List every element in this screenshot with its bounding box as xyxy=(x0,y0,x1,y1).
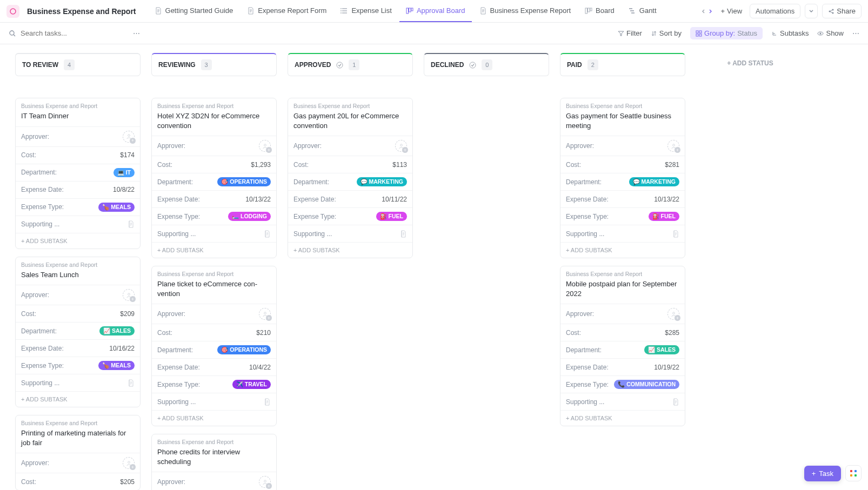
department-row[interactable]: Department:💬 MARKETING xyxy=(560,173,685,190)
type-row[interactable]: Expense Type:✈️ TRAVEL xyxy=(152,375,276,393)
tag-lodging[interactable]: 🛏️ LODGING xyxy=(228,212,271,221)
tag-meals[interactable]: 🍗 MEALS xyxy=(98,361,135,370)
department-row[interactable]: Department:🎯 OPERATIONS xyxy=(152,173,276,190)
add-view-button[interactable]: + View xyxy=(716,4,746,18)
cost-row[interactable]: Cost:$174 xyxy=(16,146,140,164)
column-header[interactable]: DECLINED 0 xyxy=(424,53,549,76)
cost-row[interactable]: Cost:$210 xyxy=(152,324,276,341)
column-header[interactable]: TO REVIEW 4 xyxy=(15,53,141,76)
tag-meals[interactable]: 🍗 MEALS xyxy=(98,203,135,212)
approver-row[interactable]: Approver: xyxy=(560,304,685,324)
task-card[interactable]: Business Expense and Report Mobile postp… xyxy=(560,266,685,426)
supporting-row[interactable]: Supporting ... xyxy=(288,225,412,242)
apps-button[interactable] xyxy=(845,465,862,481)
avatar-empty[interactable] xyxy=(667,308,679,320)
search-input[interactable] xyxy=(21,29,129,37)
type-row[interactable]: Expense Type:⛽ FUEL xyxy=(560,207,685,225)
tag-operations[interactable]: 🎯 OPERATIONS xyxy=(217,177,271,186)
group-by-button[interactable]: Group by: Status xyxy=(690,27,763,39)
tag-operations[interactable]: 🎯 OPERATIONS xyxy=(217,345,271,354)
tag-fuel[interactable]: ⛽ FUEL xyxy=(649,212,679,221)
avatar-empty[interactable] xyxy=(123,289,135,301)
tag-fuel[interactable]: ⛽ FUEL xyxy=(376,212,407,221)
add-subtask-button[interactable]: + ADD SUBTASK xyxy=(16,391,140,407)
approver-row[interactable]: Approver: xyxy=(560,136,685,156)
tag-sales[interactable]: 📈 SALES xyxy=(99,326,135,335)
supporting-row[interactable]: Supporting ... xyxy=(152,393,276,410)
supporting-row[interactable]: Supporting ... xyxy=(16,216,140,233)
tag-marketing[interactable]: 💬 MARKETING xyxy=(629,177,680,186)
avatar-empty[interactable] xyxy=(259,476,271,488)
supporting-row[interactable]: Supporting ... xyxy=(16,374,140,391)
add-subtask-button[interactable]: + ADD SUBTASK xyxy=(560,242,685,258)
toolbar-more[interactable]: ⋯ xyxy=(852,29,859,37)
date-row[interactable]: Expense Date:10/11/22 xyxy=(288,190,412,207)
automations-button[interactable]: Automations xyxy=(750,4,800,18)
approver-row[interactable]: Approver: xyxy=(288,136,412,156)
tab-scroll-arrows[interactable] xyxy=(701,9,713,14)
automations-caret[interactable] xyxy=(805,4,818,18)
avatar-empty[interactable] xyxy=(395,140,407,152)
date-row[interactable]: Expense Date:10/13/22 xyxy=(152,190,276,207)
tab-expense-report-form[interactable]: Expense Report Form xyxy=(241,0,333,22)
avatar-empty[interactable] xyxy=(123,131,135,143)
avatar-empty[interactable] xyxy=(259,308,271,320)
add-subtask-button[interactable]: + ADD SUBTASK xyxy=(152,410,276,426)
avatar-empty[interactable] xyxy=(259,140,271,152)
cost-row[interactable]: Cost:$285 xyxy=(560,324,685,341)
task-card[interactable]: Business Expense and Report Phone credit… xyxy=(151,434,277,490)
date-row[interactable]: Expense Date:10/16/22 xyxy=(16,339,140,357)
show-button[interactable]: Show xyxy=(817,29,844,37)
search-more[interactable]: ⋯ xyxy=(133,29,140,37)
date-row[interactable]: Expense Date:10/8/22 xyxy=(16,181,140,198)
new-task-button[interactable]: + Task xyxy=(804,466,841,481)
cost-row[interactable]: Cost:$113 xyxy=(288,156,412,173)
subtasks-button[interactable]: Subtasks xyxy=(771,29,809,37)
cost-row[interactable]: Cost:$205 xyxy=(16,473,140,490)
approver-row[interactable]: Approver: xyxy=(16,453,140,473)
department-row[interactable]: Department:💬 MARKETING xyxy=(288,173,412,190)
column-header[interactable]: APPROVED 1 xyxy=(288,53,413,76)
filter-button[interactable]: Filter xyxy=(618,29,642,37)
task-card[interactable]: Business Expense and Report Gas payment … xyxy=(288,98,413,258)
task-card[interactable]: Business Expense and Report IT Team Dinn… xyxy=(15,98,141,249)
supporting-row[interactable]: Supporting ... xyxy=(152,225,276,242)
add-subtask-button[interactable]: + ADD SUBTASK xyxy=(16,233,140,249)
add-subtask-button[interactable]: + ADD SUBTASK xyxy=(288,242,412,258)
add-subtask-button[interactable]: + ADD SUBTASK xyxy=(152,242,276,258)
tab-business-expense-report[interactable]: Business Expense Report xyxy=(473,0,578,22)
task-card[interactable]: Business Expense and Report Hotel XYZ 3D… xyxy=(151,98,277,258)
sort-button[interactable]: Sort by xyxy=(651,29,682,37)
add-status-button[interactable]: + ADD STATUS xyxy=(696,53,804,73)
approver-row[interactable]: Approver: xyxy=(16,126,140,146)
cost-row[interactable]: Cost:$281 xyxy=(560,156,685,173)
tab-gantt[interactable]: Gantt xyxy=(622,0,663,22)
column-header[interactable]: PAID 2 xyxy=(560,53,685,76)
avatar-empty[interactable] xyxy=(667,140,679,152)
type-row[interactable]: Expense Type:🍗 MEALS xyxy=(16,198,140,216)
task-card[interactable]: Business Expense and Report Printing of … xyxy=(15,415,141,490)
approver-row[interactable]: Approver: xyxy=(16,285,140,305)
type-row[interactable]: Expense Type:🍗 MEALS xyxy=(16,357,140,374)
task-card[interactable]: Business Expense and Report Plane ticket… xyxy=(151,266,277,426)
tab-approval-board[interactable]: Approval Board xyxy=(399,0,472,22)
task-card[interactable]: Business Expense and Report Sales Team L… xyxy=(15,257,141,408)
share-button[interactable]: Share xyxy=(822,4,862,18)
date-row[interactable]: Expense Date:10/4/22 xyxy=(152,358,276,375)
tab-expense-list[interactable]: Expense List xyxy=(334,0,398,22)
avatar-empty[interactable] xyxy=(123,457,135,469)
type-row[interactable]: Expense Type:🛏️ LODGING xyxy=(152,207,276,225)
type-row[interactable]: Expense Type:📞 COMMUNICATION xyxy=(560,375,685,393)
supporting-row[interactable]: Supporting ... xyxy=(560,225,685,242)
task-card[interactable]: Business Expense and Report Gas payment … xyxy=(560,98,685,258)
tab-board[interactable]: Board xyxy=(578,0,621,22)
column-header[interactable]: REVIEWING 3 xyxy=(151,53,277,76)
tab-getting-started-guide[interactable]: Getting Started Guide xyxy=(148,0,240,22)
tag-sales[interactable]: 📈 SALES xyxy=(644,345,679,354)
department-row[interactable]: Department:📈 SALES xyxy=(16,322,140,339)
cost-row[interactable]: Cost:$209 xyxy=(16,305,140,322)
tag-communication[interactable]: 📞 COMMUNICATION xyxy=(614,380,679,389)
type-row[interactable]: Expense Type:⛽ FUEL xyxy=(288,207,412,225)
date-row[interactable]: Expense Date:10/13/22 xyxy=(560,190,685,207)
date-row[interactable]: Expense Date:10/19/22 xyxy=(560,358,685,375)
